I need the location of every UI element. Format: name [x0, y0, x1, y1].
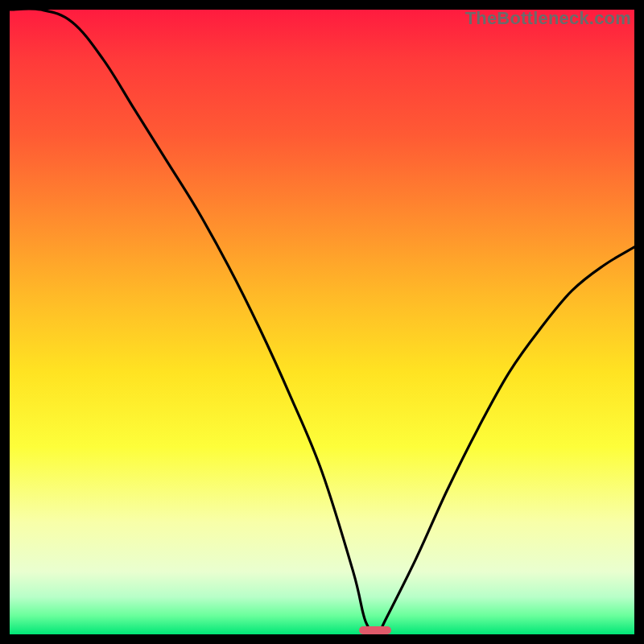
chart-frame: TheBottleneck.com — [0, 0, 644, 644]
bottleneck-curve-path — [10, 10, 634, 634]
watermark-text: TheBottleneck.com — [465, 10, 631, 29]
bottleneck-curve-svg — [10, 10, 634, 634]
optimal-marker — [359, 626, 391, 634]
plot-area: TheBottleneck.com — [10, 10, 634, 634]
